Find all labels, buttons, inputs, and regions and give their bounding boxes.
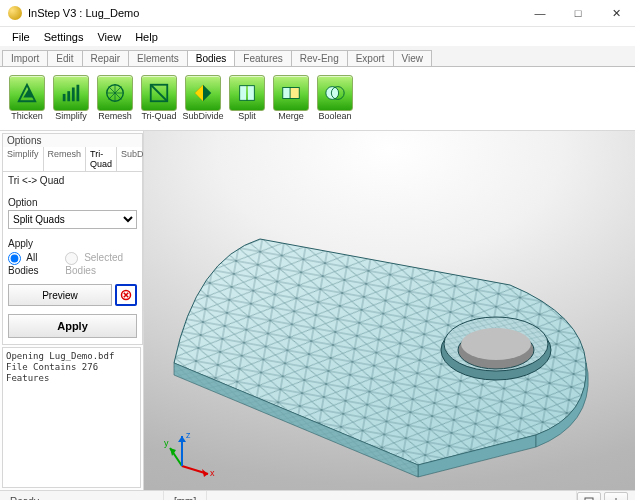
titlebar: InStep V3 : Lug_Demo — □ ✕ xyxy=(0,0,635,27)
svg-rect-6 xyxy=(240,85,246,100)
close-button[interactable]: ✕ xyxy=(597,0,635,26)
boolean-icon xyxy=(317,75,353,111)
apply-button[interactable]: Apply xyxy=(8,314,137,338)
status-ready: Ready xyxy=(0,491,164,500)
boolean-button[interactable]: Boolean xyxy=(314,75,356,123)
svg-text:z: z xyxy=(186,430,191,440)
tab-repair[interactable]: Repair xyxy=(82,50,129,66)
subtab-remesh[interactable]: Remesh xyxy=(44,147,87,171)
subtab-simplify[interactable]: Simplify xyxy=(3,147,44,171)
preview-button[interactable]: Preview xyxy=(8,284,112,306)
menu-help[interactable]: Help xyxy=(129,29,164,45)
log-line: Opening Lug_Demo.bdf xyxy=(6,351,137,362)
triquad-button[interactable]: Tri-Quad xyxy=(138,75,180,123)
svg-point-18 xyxy=(461,328,531,360)
svg-point-11 xyxy=(326,86,339,99)
subdivide-button[interactable]: SubDivide xyxy=(182,75,224,123)
thicken-icon xyxy=(9,75,45,111)
option-select[interactable]: Split Quads xyxy=(8,210,137,229)
minimize-button[interactable]: — xyxy=(521,0,559,26)
tab-reveng[interactable]: Rev-Eng xyxy=(291,50,348,66)
log-panel: Opening Lug_Demo.bdf File Contains 276 F… xyxy=(2,347,141,488)
remesh-icon xyxy=(97,75,133,111)
tab-features[interactable]: Features xyxy=(234,50,291,66)
apply-group-label: Apply xyxy=(8,238,137,249)
menu-file[interactable]: File xyxy=(6,29,36,45)
simplify-button[interactable]: Simplify xyxy=(50,75,92,123)
tab-view[interactable]: View xyxy=(393,50,433,66)
svg-rect-2 xyxy=(72,87,75,101)
subtab-triquad[interactable]: Tri-Quad xyxy=(86,147,117,171)
svg-rect-3 xyxy=(77,84,80,101)
menubar: File Settings View Help xyxy=(0,27,635,46)
radio-selected-bodies[interactable]: Selected Bodies xyxy=(65,252,137,276)
merge-icon xyxy=(273,75,309,111)
menu-settings[interactable]: Settings xyxy=(38,29,90,45)
ribbon-tabs: Import Edit Repair Elements Bodies Featu… xyxy=(0,46,635,67)
svg-rect-10 xyxy=(290,87,299,98)
radio-all-bodies[interactable]: All Bodies xyxy=(8,252,57,276)
status-button-2[interactable] xyxy=(604,492,628,500)
statusbar: Ready [mm] xyxy=(0,490,635,500)
tab-edit[interactable]: Edit xyxy=(47,50,82,66)
merge-button[interactable]: Merge xyxy=(270,75,312,123)
maximize-button[interactable]: □ xyxy=(559,0,597,26)
svg-rect-0 xyxy=(63,93,66,100)
log-line: File Contains 276 Features xyxy=(6,362,137,384)
svg-text:y: y xyxy=(164,438,169,448)
svg-marker-24 xyxy=(178,436,186,442)
tab-bodies[interactable]: Bodies xyxy=(187,50,236,66)
option-label: Option xyxy=(8,197,137,208)
tri-quad-heading: Tri <-> Quad xyxy=(8,175,137,186)
options-label: Options xyxy=(3,134,142,147)
svg-rect-1 xyxy=(67,91,70,101)
tab-import[interactable]: Import xyxy=(2,50,48,66)
mesh-model xyxy=(166,215,606,485)
subdivide-icon xyxy=(185,75,221,111)
axis-triad: x y z xyxy=(164,430,218,480)
app-icon xyxy=(8,6,22,20)
status-button-1[interactable] xyxy=(577,492,601,500)
thicken-button[interactable]: Thicken xyxy=(6,75,48,123)
menu-view[interactable]: View xyxy=(91,29,127,45)
status-unit: [mm] xyxy=(164,491,207,500)
left-panel: Options Simplify Remesh Tri-Quad SubDivi… xyxy=(0,131,144,490)
split-button[interactable]: Split xyxy=(226,75,268,123)
svg-text:x: x xyxy=(210,468,215,478)
tab-elements[interactable]: Elements xyxy=(128,50,188,66)
tab-export[interactable]: Export xyxy=(347,50,394,66)
svg-rect-7 xyxy=(248,85,254,100)
split-icon xyxy=(229,75,265,111)
cancel-preview-button[interactable] xyxy=(115,284,137,306)
remesh-button[interactable]: Remesh xyxy=(94,75,136,123)
window-title: InStep V3 : Lug_Demo xyxy=(28,7,521,19)
toolbar: Thicken Simplify Remesh Tri-Quad SubDivi… xyxy=(0,67,635,131)
simplify-icon xyxy=(53,75,89,111)
triquad-icon xyxy=(141,75,177,111)
viewport[interactable]: x y z xyxy=(144,131,635,490)
